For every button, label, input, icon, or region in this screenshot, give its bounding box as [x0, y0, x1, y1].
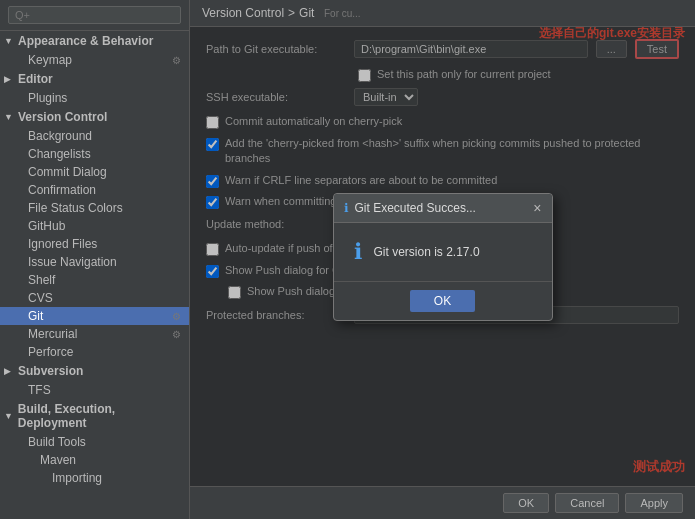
dialog-title-bar: ℹ Git Executed Succes... ×	[334, 194, 552, 223]
dialog-footer: OK	[334, 281, 552, 320]
sidebar-label: Importing	[52, 471, 102, 485]
sidebar-item-plugins[interactable]: Plugins	[0, 89, 189, 107]
sidebar-label: Ignored Files	[28, 237, 97, 251]
expand-arrow-icon: ▼	[4, 36, 16, 46]
dialog-title-text: Git Executed Succes...	[355, 201, 476, 215]
sidebar-label: Plugins	[28, 91, 67, 105]
sidebar-item-editor[interactable]: ▶ Editor	[0, 69, 189, 89]
sidebar-item-build-tools[interactable]: Build Tools	[0, 433, 189, 451]
sidebar-item-perforce[interactable]: Perforce	[0, 343, 189, 361]
settings-panel: Path to Git executable: ... Test Set thi…	[190, 27, 695, 486]
dialog-close-button[interactable]: ×	[533, 200, 541, 216]
sidebar-label: Editor	[18, 72, 53, 86]
sidebar-label: Version Control	[18, 110, 107, 124]
breadcrumb-extra: For cu...	[318, 8, 360, 19]
sidebar-item-version-control[interactable]: ▼ Version Control	[0, 107, 189, 127]
dialog-info-icon: ℹ	[354, 239, 362, 265]
sidebar-item-background[interactable]: Background	[0, 127, 189, 145]
sidebar-item-importing[interactable]: Importing	[0, 469, 189, 487]
sidebar-label: Commit Dialog	[28, 165, 107, 179]
sidebar-label: File Status Colors	[28, 201, 123, 215]
sidebar-item-changelists[interactable]: Changelists	[0, 145, 189, 163]
breadcrumb-sep: >	[288, 6, 295, 20]
sidebar: ▼ Appearance & Behavior Keymap ⚙ ▶ Edito…	[0, 0, 190, 519]
sidebar-item-issue-navigation[interactable]: Issue Navigation	[0, 253, 189, 271]
dialog-title: ℹ Git Executed Succes...	[344, 201, 476, 215]
sidebar-item-tfs[interactable]: TFS	[0, 381, 189, 399]
sidebar-label: Keymap	[28, 53, 72, 67]
sidebar-item-mercurial[interactable]: Mercurial ⚙	[0, 325, 189, 343]
sidebar-item-github[interactable]: GitHub	[0, 217, 189, 235]
expand-arrow-icon: ▼	[4, 411, 16, 421]
ok-button[interactable]: OK	[503, 493, 549, 513]
expand-arrow-icon: ▶	[4, 366, 16, 376]
dialog-overlay: ℹ Git Executed Succes... × ℹ Git version…	[190, 27, 695, 486]
sidebar-item-confirmation[interactable]: Confirmation	[0, 181, 189, 199]
breadcrumb-part2: Git	[299, 6, 314, 20]
sidebar-item-maven[interactable]: Maven	[0, 451, 189, 469]
sidebar-label: Confirmation	[28, 183, 96, 197]
sidebar-label: Mercurial	[28, 327, 77, 341]
apply-button[interactable]: Apply	[625, 493, 683, 513]
sidebar-label: Changelists	[28, 147, 91, 161]
sidebar-item-file-status-colors[interactable]: File Status Colors	[0, 199, 189, 217]
sidebar-label: Appearance & Behavior	[18, 34, 153, 48]
sidebar-label: Subversion	[18, 364, 83, 378]
cancel-button[interactable]: Cancel	[555, 493, 619, 513]
expand-arrow-icon: ▶	[4, 74, 16, 84]
sidebar-item-commit-dialog[interactable]: Commit Dialog	[0, 163, 189, 181]
sidebar-item-shelf[interactable]: Shelf	[0, 271, 189, 289]
sidebar-item-appearance-behavior[interactable]: ▼ Appearance & Behavior	[0, 31, 189, 51]
sidebar-label: CVS	[28, 291, 53, 305]
sidebar-label: GitHub	[28, 219, 65, 233]
sidebar-label: Background	[28, 129, 92, 143]
dialog-ok-button[interactable]: OK	[410, 290, 475, 312]
sidebar-label: Git	[28, 309, 43, 323]
sidebar-item-cvs[interactable]: CVS	[0, 289, 189, 307]
search-input[interactable]	[8, 6, 181, 24]
sidebar-item-keymap[interactable]: Keymap ⚙	[0, 51, 189, 69]
sidebar-label: Perforce	[28, 345, 73, 359]
settings-icon: ⚙	[172, 311, 181, 322]
content-panel: Version Control > Git For cu... Path to …	[190, 0, 695, 519]
sidebar-item-ignored-files[interactable]: Ignored Files	[0, 235, 189, 253]
sidebar-label: Build, Execution, Deployment	[18, 402, 185, 430]
search-bar	[0, 0, 189, 31]
main-container: ▼ Appearance & Behavior Keymap ⚙ ▶ Edito…	[0, 0, 695, 519]
dialog-message: Git version is 2.17.0	[374, 245, 480, 259]
sidebar-label: Maven	[40, 453, 76, 467]
sidebar-item-build-execution[interactable]: ▼ Build, Execution, Deployment	[0, 399, 189, 433]
git-executed-dialog: ℹ Git Executed Succes... × ℹ Git version…	[333, 193, 553, 321]
dialog-icon-small: ℹ	[344, 201, 349, 215]
sidebar-item-subversion[interactable]: ▶ Subversion	[0, 361, 189, 381]
sidebar-label: Build Tools	[28, 435, 86, 449]
sidebar-label: TFS	[28, 383, 51, 397]
settings-icon: ⚙	[172, 55, 181, 66]
settings-icon: ⚙	[172, 329, 181, 340]
bottom-bar: OK Cancel Apply	[190, 486, 695, 519]
expand-arrow-icon: ▼	[4, 112, 16, 122]
breadcrumb-part1: Version Control	[202, 6, 284, 20]
breadcrumb: Version Control > Git For cu...	[190, 0, 695, 27]
sidebar-label: Issue Navigation	[28, 255, 117, 269]
sidebar-item-git[interactable]: Git ⚙	[0, 307, 189, 325]
dialog-body: ℹ Git version is 2.17.0	[334, 223, 552, 281]
sidebar-label: Shelf	[28, 273, 55, 287]
